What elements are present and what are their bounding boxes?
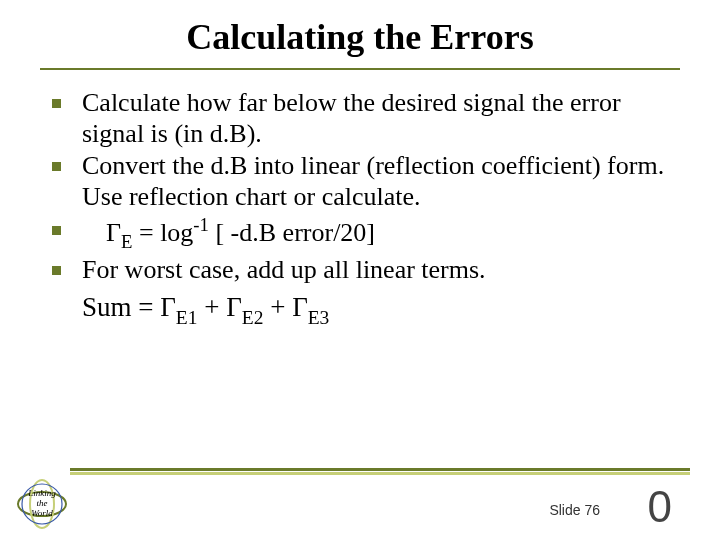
bullet-item: ΓE = log-1 [ -d.B error/20] bbox=[40, 215, 680, 253]
logo-icon: Linking the World bbox=[14, 476, 70, 532]
bullet-item: For worst case, add up all linear terms. bbox=[40, 255, 680, 286]
bullet-text: Convert the d.B into linear (reflection … bbox=[82, 151, 664, 211]
content-area: Calculate how far below the desired sign… bbox=[40, 88, 680, 328]
bullet-text: Calculate how far below the desired sign… bbox=[82, 88, 621, 148]
sum-plus: + bbox=[263, 292, 292, 322]
formula-sub: E bbox=[121, 231, 132, 252]
logo-text-1: Linking bbox=[27, 488, 56, 498]
slide-number: Slide 76 bbox=[549, 502, 600, 518]
gamma: Γ bbox=[160, 292, 176, 322]
bullet-item: Calculate how far below the desired sign… bbox=[40, 88, 680, 149]
title-divider bbox=[40, 68, 680, 70]
bullet-item: Convert the d.B into linear (reflection … bbox=[40, 151, 680, 212]
logo-text-3: World bbox=[31, 508, 53, 518]
footer-divider bbox=[70, 468, 690, 476]
gamma: Γ bbox=[226, 292, 242, 322]
formula-mid: = log bbox=[132, 218, 193, 247]
sum-sub: E3 bbox=[308, 307, 330, 328]
formula-line: ΓE = log-1 [ -d.B error/20] bbox=[82, 218, 375, 247]
sum-plus: + bbox=[197, 292, 226, 322]
bullet-list: Calculate how far below the desired sign… bbox=[40, 88, 680, 285]
bullet-text: For worst case, add up all linear terms. bbox=[82, 255, 486, 284]
footer-rule-2 bbox=[70, 472, 690, 475]
slide-title: Calculating the Errors bbox=[0, 0, 720, 68]
formula-suffix: [ -d.B error/20] bbox=[209, 218, 375, 247]
sum-sub: E1 bbox=[176, 307, 198, 328]
sum-sub: E2 bbox=[242, 307, 264, 328]
footer-rule-1 bbox=[70, 468, 690, 471]
gamma: Γ bbox=[292, 292, 308, 322]
gamma: Γ bbox=[106, 218, 121, 247]
slide: Calculating the Errors Calculate how far… bbox=[0, 0, 720, 540]
logo-text-2: the bbox=[37, 498, 48, 508]
sum-line: Sum = ΓE1 + ΓE2 + ΓE3 bbox=[40, 291, 680, 328]
formula-exp: -1 bbox=[193, 214, 209, 235]
footer-zero-icon: 0 bbox=[648, 482, 672, 532]
footer: Linking the World Slide 76 0 bbox=[0, 460, 720, 540]
sum-lead: Sum = bbox=[82, 292, 160, 322]
